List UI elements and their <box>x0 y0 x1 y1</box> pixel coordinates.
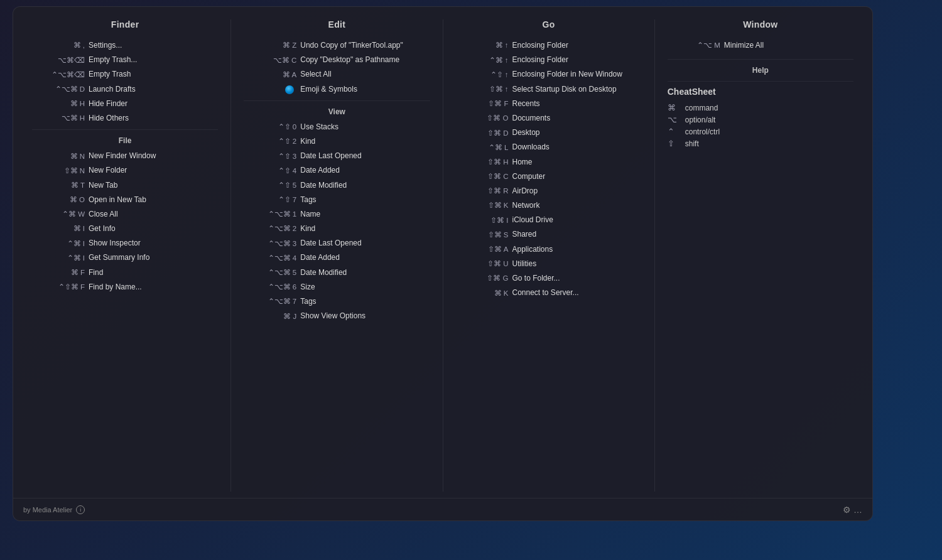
list-item: ⌃⇧ 5 Date Modified <box>244 178 430 193</box>
list-item: ⇧⌘ C Computer <box>456 170 642 184</box>
window-items: ⌃⌥ M Minimize All <box>668 38 853 53</box>
list-item: ⌃⌥⌘ 3 Date Last Opened <box>244 236 430 250</box>
cheatsheet-panel: Finder ⌘ , Settings... ⌥⌘⌫ Empty Trash..… <box>13 6 873 521</box>
list-item: ⌘ T New Tab <box>32 178 218 193</box>
go-column: Go ⌘ ↑ Enclosing Folder ⌃⌘ ↑ Enclosing F… <box>443 19 655 492</box>
list-item: ⌃⌥⌘⌫ Empty Trash <box>32 67 218 82</box>
list-item: ⌃⌘ W Close All <box>32 207 218 222</box>
list-item: ⌘ H Hide Finder <box>32 97 218 111</box>
list-item: ⌃⇧ 7 Tags <box>244 193 430 207</box>
list-item: ⇧⌘ I iCloud Drive <box>456 213 642 227</box>
list-item: ⌃⌥ M Minimize All <box>668 38 853 53</box>
list-item: ⌘ Z Undo Copy of "TinkerTool.app" <box>244 38 430 53</box>
cheatsheet-row: ⇧ shift <box>668 137 853 149</box>
cheatsheet-row: ⌃ control/ctrl <box>668 126 853 137</box>
file-items: ⌘ N New Finder Window ⇧⌘ N New Folder ⌘ … <box>32 149 218 294</box>
list-item: ⌘ N New Finder Window <box>32 149 218 163</box>
edit-header: Edit <box>244 19 430 30</box>
list-item: ⌃⌥⌘ D Launch Drafts <box>32 82 218 97</box>
list-item: ⇧⌘ ↑ Select Startup Disk on Desktop <box>456 82 642 97</box>
list-item: ⌃⇧ 2 Kind <box>244 134 430 149</box>
list-item: ⌃⌘ ↑ Enclosing Folder <box>456 53 642 67</box>
list-item: ⌘ , Settings... <box>32 38 218 53</box>
help-section-header: Help <box>668 66 853 75</box>
list-item: ⌥⌘ C Copy "Desktop" as Pathname <box>244 53 430 67</box>
globe-icon <box>285 85 294 94</box>
list-item: ⌃⇧ ↑ Enclosing Folder in New Window <box>456 67 642 82</box>
list-item: ⇧⌘ F Recents <box>456 97 642 111</box>
cheatsheet-title: CheatSheet <box>668 87 853 97</box>
separator <box>668 59 853 60</box>
show-view-options-item: ⌘ J Show View Options <box>244 309 430 323</box>
list-item: ⇧⌘ D Desktop <box>456 126 642 140</box>
list-item: ⇧⌘ G Go to Folder... <box>456 271 642 286</box>
list-item: ⌘ A Select All <box>244 67 430 82</box>
columns-container: Finder ⌘ , Settings... ⌥⌘⌫ Empty Trash..… <box>13 7 872 498</box>
list-item: ⌃⌥⌘ 6 Size <box>244 280 430 294</box>
cheatsheet-section: CheatSheet ⌘ command ⌥ option/alt ⌃ cont… <box>668 87 853 149</box>
media-atelier-label: by Media Atelier <box>23 506 72 514</box>
view-items: ⌃⇧ 0 Use Stacks ⌃⇧ 2 Kind ⌃⇧ 3 Date Last… <box>244 120 430 324</box>
list-item: Emoji & Symbols <box>244 82 430 97</box>
bottom-bar: by Media Atelier i ⚙ … <box>13 498 872 520</box>
list-item: ⌃⇧ 4 Date Added <box>244 163 430 178</box>
list-item: ⌃⌘ I Show Inspector <box>32 236 218 250</box>
go-items: ⌘ ↑ Enclosing Folder ⌃⌘ ↑ Enclosing Fold… <box>456 38 642 300</box>
separator <box>244 100 430 101</box>
list-item: ⌃⇧ 3 Date Last Opened <box>244 149 430 163</box>
window-column: Window ⌃⌥ M Minimize All Help CheatSheet… <box>655 19 866 492</box>
list-item: ⌃⌘ L Downloads <box>456 140 642 154</box>
bottom-right: ⚙ … <box>843 505 862 515</box>
list-item: ⇧⌘ S Shared <box>456 227 642 242</box>
edit-column: Edit ⌘ Z Undo Copy of "TinkerTool.app" ⌥… <box>231 19 443 492</box>
list-item: ⌃⌥⌘ 1 Name <box>244 207 430 222</box>
get-summary-info-item: ⌃⌘ I Get Summary Info <box>32 250 218 265</box>
list-item: ⌥⌘ H Hide Others <box>32 111 218 126</box>
list-item: ⌃⌥⌘ 4 Date Added <box>244 250 430 265</box>
finder-top-items: ⌘ , Settings... ⌥⌘⌫ Empty Trash... ⌃⌥⌘⌫ … <box>32 38 218 126</box>
separator <box>32 129 218 130</box>
list-item: ⌘ O Open in New Tab <box>32 193 218 207</box>
list-item: ⌘ I Get Info <box>32 222 218 236</box>
list-item: ⌃⌥⌘ 7 Tags <box>244 294 430 309</box>
list-item: ⌘ ↑ Enclosing Folder <box>456 38 642 53</box>
view-section-header: View <box>244 107 430 116</box>
more-icon[interactable]: … <box>853 505 862 515</box>
cheatsheet-row: ⌥ option/alt <box>668 114 853 126</box>
edit-top-items: ⌘ Z Undo Copy of "TinkerTool.app" ⌥⌘ C C… <box>244 38 430 97</box>
list-item: ⌥⌘⌫ Empty Trash... <box>32 53 218 67</box>
list-item: ⇧⌘ U Utilities <box>456 257 642 271</box>
list-item: ⇧⌘ H Home <box>456 155 642 170</box>
cheatsheet-row: ⌘ command <box>668 102 853 114</box>
finder-column: Finder ⌘ , Settings... ⌥⌘⌫ Empty Trash..… <box>19 19 231 492</box>
list-item: ⌃⇧⌘ F Find by Name... <box>32 280 218 294</box>
window-header: Window <box>668 19 853 30</box>
list-item: ⌘ F Find <box>32 266 218 280</box>
list-item: ⇧⌘ N New Folder <box>32 163 218 178</box>
list-item: ⇧⌘ K Network <box>456 198 642 213</box>
list-item: ⇧⌘ R AirDrop <box>456 184 642 198</box>
file-section-header: File <box>32 136 218 145</box>
list-item: ⌃⇧ 0 Use Stacks <box>244 120 430 134</box>
bottom-left: by Media Atelier i <box>23 505 85 514</box>
list-item: ⌃⌥⌘ 5 Date Modified <box>244 266 430 280</box>
settings-icon[interactable]: ⚙ <box>843 505 851 515</box>
finder-header: Finder <box>32 19 218 30</box>
go-header: Go <box>456 19 642 30</box>
info-icon[interactable]: i <box>76 505 85 514</box>
list-item: ⌃⌥⌘ 2 Kind <box>244 222 430 236</box>
list-item: ⇧⌘ O Documents <box>456 111 642 126</box>
list-item: ⌘ K Connect to Server... <box>456 286 642 300</box>
list-item: ⇧⌘ A Applications <box>456 242 642 257</box>
separator <box>668 81 853 82</box>
